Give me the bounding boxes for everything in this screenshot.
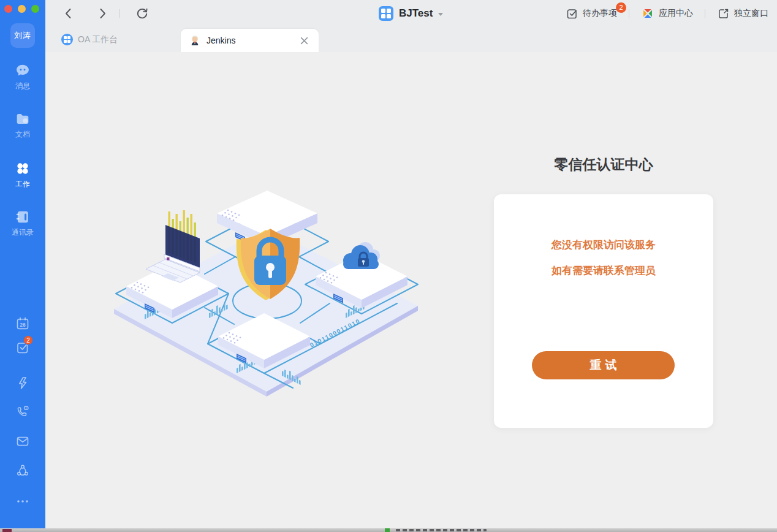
workspace-grid-icon (379, 6, 393, 21)
permission-message: 您没有权限访问该服务 (494, 194, 713, 253)
refresh-button[interactable] (135, 6, 150, 21)
todo-items-label: 待办事项 (583, 8, 617, 19)
laptop (146, 210, 200, 283)
more-icon[interactable] (15, 494, 30, 509)
topbar-actions: 待办事项 2 应用中心 (566, 0, 768, 27)
toolbar-divider (119, 9, 120, 18)
sidebar-item-messages[interactable]: 消息 (0, 62, 45, 91)
toolbar-divider (629, 9, 629, 18)
tab-label: OA 工作台 (78, 34, 118, 45)
open-in-window-label: 独立窗口 (734, 8, 768, 19)
app-window: 刘涛 消息 文档 工作 (0, 0, 777, 532)
minimize-window-button[interactable] (18, 5, 26, 13)
open-in-window-button[interactable]: 独立窗口 (717, 7, 768, 20)
auth-card: 您没有权限访问该服务 如有需要请联系管理员 重试 (494, 194, 713, 428)
workspace-grid-icon (61, 34, 73, 45)
lightning-icon[interactable] (15, 376, 30, 390)
external-window-icon (717, 7, 730, 20)
close-window-button[interactable] (4, 5, 12, 13)
background-green-icon (385, 528, 390, 532)
zero-trust-illustration: 0101100011010 (109, 183, 423, 404)
checkbox-icon (566, 7, 578, 20)
open-platform-icon[interactable] (15, 463, 30, 478)
chevron-down-icon (438, 13, 443, 16)
sidebar-item-label: 工作 (15, 179, 30, 189)
workspace-switcher[interactable]: BJTest (379, 0, 443, 27)
video-call-icon[interactable] (15, 405, 30, 419)
close-tab-icon[interactable] (298, 34, 310, 47)
sidebar-item-label: 通讯录 (12, 227, 34, 238)
mail-icon[interactable] (15, 434, 30, 449)
toolbar-divider (705, 9, 705, 18)
sidebar-item-label: 消息 (15, 81, 30, 91)
todo-items-button[interactable]: 待办事项 2 (566, 7, 617, 20)
tab-jenkins[interactable]: Jenkins (181, 29, 319, 52)
sidebar: 刘涛 消息 文档 工作 (0, 0, 45, 528)
window-controls (0, 5, 45, 13)
app-center-button[interactable]: 应用中心 (641, 7, 693, 20)
sidebar-item-docs[interactable]: 文档 (0, 110, 45, 140)
app-center-label: 应用中心 (659, 8, 693, 19)
calendar-day: 26 (20, 322, 26, 328)
topbar: BJTest 待办事项 2 (45, 0, 777, 27)
background-window-sliver (0, 528, 777, 532)
folder-icon (14, 110, 31, 127)
app-center-icon (641, 7, 654, 20)
avatar-text: 刘涛 (14, 30, 31, 41)
jenkins-butler-icon (189, 35, 200, 46)
sidebar-item-contacts[interactable]: 通讯录 (0, 208, 45, 238)
calendar-icon[interactable]: 26 (15, 316, 30, 331)
tab-label: Jenkins (207, 36, 235, 45)
sidebar-item-work[interactable]: 工作 (0, 160, 45, 189)
forward-button[interactable] (95, 6, 110, 21)
sidebar-item-label: 文档 (15, 129, 30, 140)
tab-strip: OA 工作台 Jenkins (45, 27, 777, 52)
todo-items-badge: 2 (616, 2, 626, 13)
workbench-icon (14, 160, 31, 177)
secure-cloud (343, 242, 380, 269)
background-text-fragment (396, 529, 487, 531)
avatar[interactable]: 刘涛 (10, 23, 35, 48)
jenkins-page-content: 0101100011010 (45, 52, 777, 528)
retry-button[interactable]: 重试 (532, 351, 675, 379)
todo-badge: 2 (23, 335, 33, 345)
background-window-fragment (2, 529, 12, 532)
tab-oa-workspace[interactable]: OA 工作台 (61, 27, 118, 52)
chat-bubble-icon (14, 62, 31, 79)
contacts-icon (14, 208, 31, 226)
back-button[interactable] (61, 6, 76, 21)
contact-admin-message: 如有需要请联系管理员 (494, 253, 713, 278)
workspace-title: BJTest (399, 7, 433, 20)
page-title: 零信任认证中心 (494, 155, 713, 174)
zoom-window-button[interactable] (31, 5, 39, 13)
